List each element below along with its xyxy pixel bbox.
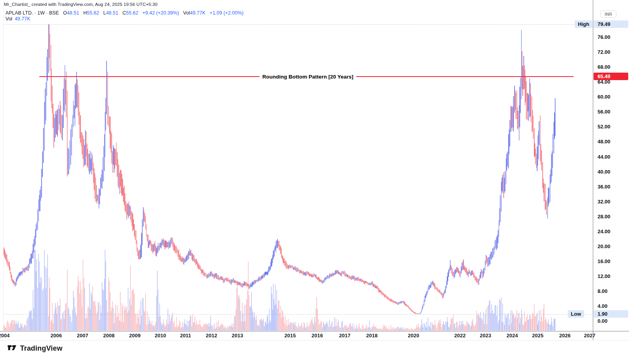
pattern-annotation-label[interactable]: Rounding Bottom Pattern [20 Years]: [259, 74, 356, 80]
high-value: 55.62: [87, 10, 99, 16]
year-tick-label[interactable]: 2008: [103, 333, 115, 338]
year-tick-label[interactable]: 2004: [0, 333, 9, 338]
year-tick-label[interactable]: 2025: [532, 333, 544, 338]
year-tick-label[interactable]: 2018: [366, 333, 378, 338]
price-tick-label: 60.00: [598, 94, 611, 100]
attribution-text: Mr_Chartist_ created with TradingView.co…: [4, 2, 158, 7]
price-axis-separator: [593, 0, 593, 340]
price-tick-label: 16.00: [598, 258, 611, 264]
tradingview-chart-window: Mr_Chartist_ created with TradingView.co…: [0, 0, 629, 364]
price-tick-label: 56.00: [598, 109, 611, 115]
all-time-high-axis-value: 79.49: [594, 20, 628, 28]
price-tick-label: 4.00: [598, 303, 607, 309]
symbol-legend-row[interactable]: APLAB LTD. · 1W · BSE O48.51 H55.62 L48.…: [6, 10, 244, 16]
time-axis-separator: [0, 331, 629, 331]
pane-left-edge-line: [3, 0, 4, 331]
tradingview-brand-text: TradingView: [20, 344, 63, 353]
year-tick-label[interactable]: 2013: [232, 333, 243, 338]
price-tick-label: 24.00: [598, 229, 611, 234]
year-tick-label[interactable]: 2012: [206, 333, 217, 338]
volume-indicator-value: 49.77K: [15, 16, 30, 22]
year-tick-label[interactable]: 2011: [180, 333, 191, 338]
volume-change-value: +1.09 (+2.00%): [210, 10, 243, 16]
time-axis-bottom-border: [0, 340, 629, 340]
year-tick-label[interactable]: 2024: [507, 333, 518, 338]
year-tick-label[interactable]: 2009: [129, 333, 141, 338]
pattern-line-axis-value: 65.49: [594, 73, 628, 80]
volume-indicator-row[interactable]: Vol49.77K: [6, 16, 30, 22]
year-tick-label[interactable]: 2006: [51, 333, 62, 338]
year-tick-label[interactable]: 2027: [584, 333, 596, 338]
year-tick-label[interactable]: 2020: [408, 333, 419, 338]
year-tick-label[interactable]: 2022: [454, 333, 466, 338]
volume-indicator-label: Vol: [6, 16, 12, 22]
price-tick-label: 72.00: [598, 49, 611, 55]
price-tick-label: 28.00: [598, 214, 611, 219]
low-value: 48.51: [106, 10, 118, 16]
price-tick-label: 52.00: [598, 124, 611, 130]
currency-unit-chip[interactable]: INR: [600, 11, 616, 18]
open-label: O: [63, 10, 67, 16]
price-axis-panel[interactable]: 76.0072.0068.0064.0060.0056.0052.0048.00…: [593, 0, 629, 331]
all-time-high-label: High: [575, 20, 592, 28]
price-tick-label: 32.00: [598, 199, 611, 205]
price-tick-label: 76.00: [598, 34, 611, 40]
price-tick-label: 44.00: [598, 154, 611, 160]
all-time-low-label: Low: [568, 310, 584, 318]
year-tick-label[interactable]: 2026: [559, 333, 571, 338]
year-tick-label[interactable]: 2016: [312, 333, 323, 338]
price-tick-label: 8.00: [598, 288, 607, 294]
change-value: +9.42 (+20.39%): [142, 10, 179, 16]
price-tick-label: 20.00: [598, 243, 611, 249]
volume-label: Vol: [183, 10, 190, 16]
tradingview-watermark[interactable]: TradingView: [7, 343, 63, 354]
symbol-title[interactable]: APLAB LTD. · 1W · BSE: [6, 10, 59, 16]
price-tick-label: 0.00: [598, 318, 607, 324]
tradingview-logo-icon: [7, 343, 17, 354]
price-chart-canvas[interactable]: [0, 0, 629, 364]
price-tick-label: 36.00: [598, 184, 611, 190]
all-time-low-axis-value: 1.90: [594, 310, 628, 318]
price-tick-label: 40.00: [598, 169, 611, 175]
open-value: 48.51: [67, 10, 79, 16]
low-label: L: [103, 10, 106, 16]
year-tick-label[interactable]: 2007: [77, 333, 88, 338]
year-tick-label[interactable]: 2017: [339, 333, 351, 338]
year-tick-label[interactable]: 2023: [480, 333, 491, 338]
volume-value: 49.77K: [190, 10, 206, 16]
high-label: H: [83, 10, 87, 16]
price-tick-label: 68.00: [598, 64, 611, 70]
price-tick-label: 48.00: [598, 139, 611, 145]
price-tick-label: 12.00: [598, 273, 611, 279]
year-tick-label[interactable]: 2015: [285, 333, 296, 338]
close-value: 55.62: [126, 10, 138, 16]
year-tick-label[interactable]: 2010: [155, 333, 166, 338]
